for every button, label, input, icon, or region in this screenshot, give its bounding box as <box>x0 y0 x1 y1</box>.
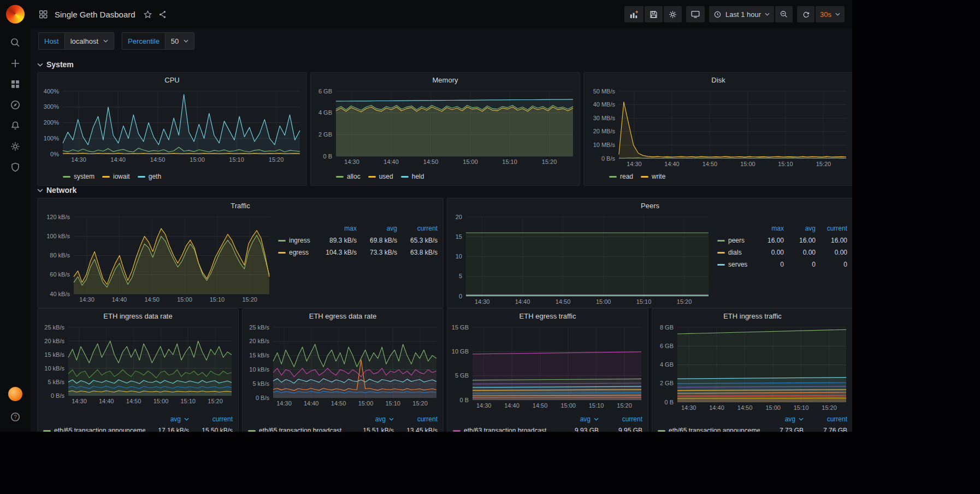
panel-title-eth-ingress-data-rate[interactable]: ETH ingress data rate <box>38 309 238 323</box>
legend-item-used[interactable]: used <box>368 173 393 180</box>
svg-text:20 kB/s: 20 kB/s <box>44 338 64 344</box>
chevron-down-icon <box>184 39 188 43</box>
configuration-gear-icon[interactable] <box>4 136 26 157</box>
disk-chart[interactable]: 14:3014:4014:5015:0015:1015:200 B/s10 MB… <box>587 87 849 170</box>
time-range-picker[interactable]: Last 1 hour <box>709 6 774 22</box>
refresh-interval-picker[interactable]: 30s <box>816 6 845 22</box>
star-icon[interactable] <box>143 10 152 19</box>
legend-sort-current[interactable]: current <box>397 225 438 232</box>
help-icon[interactable]: ? <box>4 407 26 427</box>
legend-series-peers[interactable]: peers <box>717 237 752 244</box>
svg-text:15:20: 15:20 <box>822 404 837 411</box>
user-avatar[interactable] <box>8 387 22 401</box>
variable-percentile-value[interactable]: 50 <box>165 32 194 50</box>
dashboard-settings-button[interactable] <box>664 6 682 22</box>
svg-text:15:20: 15:20 <box>269 156 284 163</box>
navbar: Single Geth Dasboard <box>31 0 852 28</box>
legend-series-eth/63 transaction broadcast[interactable]: eth/63 transaction broadcast <box>453 427 555 432</box>
search-icon[interactable] <box>4 32 26 53</box>
svg-text:10: 10 <box>456 253 462 260</box>
legend-item-write[interactable]: write <box>641 173 665 180</box>
svg-text:15:20: 15:20 <box>242 296 257 303</box>
legend-sort-current[interactable]: current <box>804 415 847 423</box>
legend-series-dials[interactable]: dials <box>717 249 752 256</box>
cpu-chart[interactable]: 14:3014:4014:5015:0015:1015:200%100%200%… <box>41 87 303 170</box>
panel-title-eth-ingress-traffic[interactable]: ETH ingress traffic <box>652 309 852 323</box>
eth-ingress-data-rate-chart[interactable]: 14:3014:4014:5015:0015:1015:200 B/s5 kB/… <box>41 323 235 414</box>
legend-sort-avg[interactable]: avg <box>555 415 599 423</box>
legend-item-geth[interactable]: geth <box>138 173 161 180</box>
sidebar: ? <box>0 0 31 432</box>
legend-sort-current[interactable]: current <box>189 415 233 423</box>
svg-text:10 MB/s: 10 MB/s <box>593 142 616 148</box>
grafana-logo-icon[interactable] <box>6 5 25 23</box>
legend-value: 7.73 GB <box>760 427 804 432</box>
legend-label: alloc <box>347 173 361 180</box>
save-dashboard-button[interactable] <box>645 6 663 22</box>
create-plus-icon[interactable] <box>4 53 26 74</box>
legend-series-egress[interactable]: egress <box>278 249 316 256</box>
eth-egress-traffic-chart[interactable]: 14:3014:4014:5015:0015:1015:200 B5 GB10 … <box>451 323 645 414</box>
network-row-2: ETH ingress data rate 14:3014:4014:5015:… <box>37 308 852 432</box>
series-swatch <box>368 176 376 178</box>
zoom-out-button[interactable] <box>775 6 793 22</box>
legend-series-eth/65 transaction announcement[interactable]: eth/65 transaction announcement <box>43 427 145 432</box>
series-swatch <box>658 430 665 432</box>
server-admin-shield-icon[interactable] <box>4 157 26 178</box>
legend-sort-avg[interactable]: avg <box>350 415 394 423</box>
svg-text:2 GB: 2 GB <box>318 131 332 138</box>
cycle-view-tv-button[interactable] <box>686 6 705 22</box>
disk-legend: readwrite <box>584 170 852 185</box>
variable-host-value[interactable]: localhost <box>64 32 114 50</box>
refresh-button[interactable] <box>797 6 814 22</box>
legend-value: 0 <box>752 261 784 268</box>
panel-title-cpu[interactable]: CPU <box>38 73 306 87</box>
panel-title-eth-egress-traffic[interactable]: ETH egress traffic <box>447 309 648 323</box>
panel-title-peers[interactable]: Peers <box>447 198 852 213</box>
legend-item-held[interactable]: held <box>401 173 424 180</box>
alerting-bell-icon[interactable] <box>4 115 26 136</box>
panel-title-traffic[interactable]: Traffic <box>38 198 443 213</box>
legend-item-system[interactable]: system <box>63 173 95 180</box>
legend-sort-current[interactable]: current <box>599 415 642 423</box>
legend-sort-max[interactable]: max <box>316 225 357 232</box>
legend-sort-current[interactable]: current <box>394 415 438 423</box>
add-panel-button[interactable] <box>624 6 644 22</box>
svg-text:5 GB: 5 GB <box>455 372 469 379</box>
dashboards-icon[interactable] <box>4 74 26 95</box>
panel-title-memory[interactable]: Memory <box>311 73 580 87</box>
share-icon[interactable] <box>158 10 167 19</box>
legend-sort-avg[interactable]: avg <box>784 225 816 232</box>
variable-host-label: Host <box>38 32 64 50</box>
svg-text:15 kB/s: 15 kB/s <box>249 352 269 358</box>
panel-title-eth-egress-data-rate[interactable]: ETH egress data rate <box>243 309 443 323</box>
variable-percentile-label: Percentile <box>122 32 165 50</box>
dashboard-title[interactable]: Single Geth Dasboard <box>55 10 135 19</box>
panel-title-disk[interactable]: Disk <box>584 73 852 87</box>
eth-egress-data-rate-chart[interactable]: 14:3014:4014:5015:0015:1015:200 B/s5 kB/… <box>246 323 440 414</box>
legend-item-iowait[interactable]: iowait <box>102 173 130 180</box>
row-header-system[interactable]: System <box>37 58 852 71</box>
legend-series-serves[interactable]: serves <box>717 261 752 268</box>
legend-sort-avg[interactable]: avg <box>357 225 397 232</box>
peers-chart[interactable]: 14:3014:4014:5015:0015:1015:2005101520 <box>451 213 712 308</box>
explore-compass-icon[interactable] <box>4 95 26 115</box>
legend-item-read[interactable]: read <box>609 173 633 180</box>
legend-item-alloc[interactable]: alloc <box>336 173 361 180</box>
memory-chart[interactable]: 14:3014:4014:5015:0015:1015:200 B2 GB4 G… <box>314 87 576 170</box>
legend-series-ingress[interactable]: ingress <box>278 237 316 244</box>
panel-eth-ingress-data-rate: ETH ingress data rate 14:3014:4014:5015:… <box>37 308 239 432</box>
legend-sort-avg[interactable]: avg <box>145 415 189 423</box>
chevron-down-icon <box>103 39 108 43</box>
svg-text:0 B: 0 B <box>664 399 674 405</box>
svg-text:120 kB/s: 120 kB/s <box>46 214 70 220</box>
legend-sort-max[interactable]: max <box>752 225 784 232</box>
legend-series-eth/65 transaction announcement[interactable]: eth/65 transaction announcement <box>658 427 760 432</box>
chart-svg: 14:3014:4014:5015:0015:1015:200 B5 GB10 … <box>451 323 645 409</box>
legend-sort-current[interactable]: current <box>816 225 847 232</box>
svg-text:2 GB: 2 GB <box>660 380 674 386</box>
eth-ingress-traffic-chart[interactable]: 14:3014:4014:5015:0015:1015:200 B2 GB4 G… <box>656 323 849 414</box>
traffic-chart[interactable]: 14:3014:4014:5015:0015:1015:2040 kB/s60 … <box>41 213 273 308</box>
legend-series-eth/65 transaction broadcast[interactable]: eth/65 transaction broadcast <box>248 427 350 432</box>
legend-sort-avg[interactable]: avg <box>760 415 804 423</box>
